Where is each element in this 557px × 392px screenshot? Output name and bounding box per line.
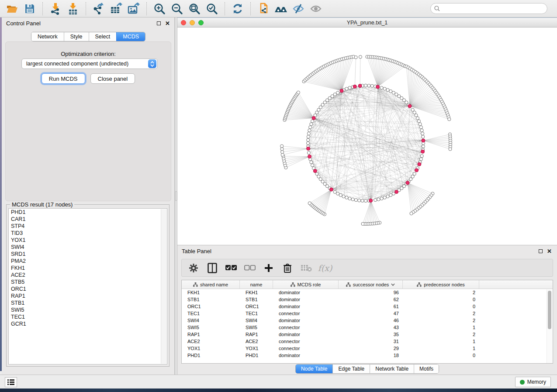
float-table-panel-icon[interactable]: [539, 249, 543, 253]
graph-satellite-node[interactable]: [361, 222, 364, 225]
tab-network[interactable]: Network: [31, 32, 64, 41]
mcds-result-item[interactable]: RAP1: [9, 292, 167, 299]
graph-satellite-node[interactable]: [280, 150, 284, 153]
close-table-panel-icon[interactable]: ✕: [547, 249, 552, 253]
export-network-icon[interactable]: [90, 1, 107, 17]
tab-node-table[interactable]: Node Table: [296, 364, 333, 373]
share-document-icon[interactable]: [255, 1, 272, 17]
unselect-all-icon[interactable]: [244, 262, 256, 274]
export-table-icon[interactable]: [107, 1, 125, 17]
mcds-result-item[interactable]: SWI4: [9, 244, 167, 251]
search-network-icon[interactable]: [272, 1, 290, 17]
hide-graphics-details-icon[interactable]: [290, 1, 307, 17]
graph-node[interactable]: [415, 114, 418, 117]
graph-node[interactable]: [417, 120, 420, 123]
table-row[interactable]: FKH1FKH1dominator962: [182, 289, 553, 296]
graph-satellite-node[interactable]: [359, 55, 362, 58]
graph-node[interactable]: [380, 86, 383, 89]
mcds-result-item[interactable]: GCR1: [9, 320, 167, 327]
add-row-icon[interactable]: [263, 262, 274, 274]
graph-node[interactable]: [307, 138, 310, 141]
search-input[interactable]: [442, 6, 543, 12]
table-settings-gear-icon[interactable]: [188, 262, 199, 274]
column-header-predecessor-nodes[interactable]: predecessor nodes: [403, 280, 479, 289]
network-graph-canvas[interactable]: [177, 28, 557, 245]
graph-node[interactable]: [364, 84, 367, 87]
graph-node[interactable]: [336, 91, 339, 94]
zoom-selected-icon[interactable]: [203, 1, 221, 17]
graph-node[interactable]: [364, 199, 367, 202]
float-panel-icon[interactable]: [157, 21, 161, 25]
graph-node[interactable]: [422, 135, 425, 138]
graph-mcds-hub-node[interactable]: [369, 199, 373, 202]
mcds-result-item[interactable]: PMA2: [9, 258, 167, 265]
graph-mcds-hub-node[interactable]: [353, 85, 356, 88]
graph-node[interactable]: [308, 129, 311, 132]
graph-node[interactable]: [421, 132, 424, 135]
graph-node[interactable]: [351, 198, 354, 201]
graph-node[interactable]: [416, 117, 419, 120]
graph-satellite-node[interactable]: [280, 148, 284, 151]
graph-node[interactable]: [309, 126, 312, 129]
graph-satellite-node[interactable]: [354, 56, 357, 59]
import-network-icon[interactable]: [47, 1, 64, 17]
graph-node[interactable]: [386, 195, 389, 198]
network-window-titlebar[interactable]: YPA_prune.txt_1: [177, 17, 557, 28]
mcds-result-item[interactable]: STP4: [9, 223, 167, 230]
show-graphics-details-icon[interactable]: [307, 1, 325, 17]
graph-mcds-hub-node[interactable]: [313, 169, 317, 173]
tab-style[interactable]: Style: [64, 32, 89, 41]
graph-mcds-hub-node[interactable]: [308, 155, 311, 158]
graph-node[interactable]: [370, 84, 374, 87]
mcds-result-item[interactable]: STB5: [9, 279, 167, 285]
graph-node[interactable]: [374, 199, 377, 202]
graph-mcds-hub-node[interactable]: [408, 104, 412, 108]
delete-table-icon[interactable]: [301, 262, 312, 274]
graph-node[interactable]: [380, 197, 383, 200]
graph-node[interactable]: [345, 196, 348, 199]
save-session-icon[interactable]: [21, 1, 38, 17]
table-row[interactable]: RAP1RAP1dominator352: [182, 331, 553, 338]
graph-node[interactable]: [419, 123, 422, 126]
table-row[interactable]: ORC1ORC1dominator610: [182, 303, 553, 310]
mcds-result-item[interactable]: CAR1: [9, 216, 167, 223]
graph-node[interactable]: [383, 196, 386, 199]
graph-node[interactable]: [311, 164, 314, 167]
graph-node[interactable]: [333, 190, 336, 193]
graph-node[interactable]: [307, 132, 310, 135]
graph-node[interactable]: [348, 86, 351, 89]
mcds-result-item[interactable]: PHD1: [9, 209, 167, 216]
show-columns-icon[interactable]: [207, 262, 218, 274]
column-header-shared-name[interactable]: shared name: [182, 280, 240, 289]
mcds-result-list[interactable]: PHD1CAR1STP4TID3YOX1SWI4SRD1PMA2FKH1ACE2…: [8, 208, 167, 364]
export-image-icon[interactable]: [125, 1, 142, 17]
graph-node[interactable]: [310, 161, 313, 164]
mcds-result-item[interactable]: ACE2: [9, 272, 167, 279]
table-row[interactable]: TEC1TEC1connector472: [182, 310, 553, 317]
graph-mcds-hub-node[interactable]: [312, 117, 315, 120]
graph-satellite-node[interactable]: [308, 202, 311, 205]
tab-motifs[interactable]: Motifs: [414, 364, 439, 373]
graph-node[interactable]: [420, 155, 423, 158]
graph-mcds-hub-node[interactable]: [376, 85, 380, 89]
graph-node[interactable]: [389, 193, 392, 196]
column-header-MCDS-role[interactable]: MCDS role: [273, 280, 339, 289]
graph-node[interactable]: [307, 151, 310, 155]
graph-satellite-node[interactable]: [410, 212, 413, 215]
graph-mcds-hub-node[interactable]: [421, 150, 425, 153]
mcds-result-item[interactable]: YOX1: [9, 237, 167, 244]
table-row[interactable]: SWI4SWI4dominator462: [182, 317, 553, 324]
column-header-successor-nodes[interactable]: successor nodes: [339, 280, 403, 289]
graph-node[interactable]: [386, 88, 389, 91]
select-all-icon[interactable]: [225, 262, 237, 274]
graph-mcds-hub-node[interactable]: [307, 147, 310, 150]
node-table[interactable]: shared namenameMCDS rolesuccessor nodesp…: [181, 280, 553, 364]
graph-mcds-hub-node[interactable]: [406, 181, 409, 185]
mcds-result-item[interactable]: SRD1: [9, 251, 167, 258]
graph-node[interactable]: [419, 158, 422, 161]
graph-mcds-hub-node[interactable]: [395, 190, 398, 194]
zoom-out-icon[interactable]: [168, 1, 186, 17]
table-scrollbar[interactable]: [547, 289, 552, 363]
import-table-icon[interactable]: [64, 1, 82, 17]
zoom-fit-icon[interactable]: [186, 1, 203, 17]
